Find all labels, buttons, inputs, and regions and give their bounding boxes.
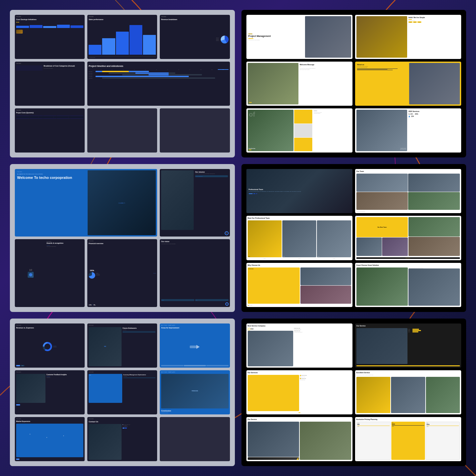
slide-project-management[interactable]: Project Management Lorem ipsum dolor sit…: [246, 15, 352, 59]
slide-our-vision[interactable]: Our vision Lorem ipsum dolor sit amet co…: [160, 239, 230, 307]
slide-sales-performance[interactable]: TECHO Sales performance Lorem ipsum text…: [87, 15, 157, 59]
slide-professional-team[interactable]: Professional Team If You Help Customers …: [246, 169, 352, 213]
slide-pricing-planning[interactable]: Exclusive Pricing Planning Basic $99 Fea…: [355, 417, 461, 461]
slide-2020-services[interactable]: 2020 2020 Services 1.1 M □ 40% 👤 234: [355, 108, 461, 153]
slide-why-choose-us[interactable]: Why Choose Us Financial Priority Lorem i…: [246, 263, 352, 307]
slide-cost-breakdown[interactable]: TECHO Breakdown of Cost Categories (Annu…: [15, 62, 85, 106]
slide-revenue-breakdown[interactable]: TECHO Revenue breakdown ● Item 1 ● Item …: [160, 15, 230, 59]
panel-tech-blue: TECHO A LEADER IN TECHNOLOGY SOLUTIONS W…: [10, 164, 235, 312]
slide-our-service-dark[interactable]: Our Service 79% 95% 67%: [355, 323, 461, 368]
slide-welcome-message[interactable]: Welcome Message ✉ Lorem ipsum dolor sit …: [246, 62, 352, 106]
slide-awards[interactable]: 10 TECHO Awards & recognition ARTICLE Lo…: [15, 239, 85, 307]
panel-team: Professional Team If You Help Customers …: [241, 164, 466, 312]
slide-our-team[interactable]: Our Team Lorem ipsum team description: [355, 169, 461, 213]
slide-project-costs[interactable]: TECHO Project Costs (Quarterly): [15, 108, 85, 153]
slide-cost-savings[interactable]: TECHO Cost Savings Initiatives $30K: [15, 15, 85, 59]
slide-empty-2: [160, 108, 230, 153]
slide-empty-3: [160, 417, 230, 461]
slide-financial-overview-1[interactable]: TECHO Financial overview 180k CategoryAR…: [87, 239, 157, 307]
slide-future-endeavors[interactable]: TECHO IMG Future Endeavors Lorem ipsum: [87, 323, 157, 368]
slide-welcome-techo[interactable]: TECHO A LEADER IN TECHNOLOGY SOLUTIONS W…: [15, 169, 157, 237]
slide-empty-1: [87, 108, 157, 153]
slide-conclusion[interactable]: BETTER TEMPLATE PERSON IMG Conclusion Lo…: [160, 370, 230, 414]
slide-best-team[interactable]: Our Best Team Learn More →: [355, 216, 461, 260]
panel-service: Best Service Company ✓ $364 Create title…: [241, 319, 466, 466]
slide-meet-team[interactable]: Meet Our Professional Team Name Name Nam…: [246, 216, 352, 260]
panel-tech-dark: TECHO Cost Savings Initiatives $30K TECH…: [10, 10, 235, 157]
slide-about-us[interactable]: About us ★ Lorem ipsum company descripti…: [355, 62, 461, 106]
slide-great-solution[interactable]: Great Choose Great Solution Lorem ipsum …: [355, 263, 461, 307]
slide-inventory[interactable]: TECHO DATA Inventory Management Optimiza…: [87, 370, 157, 414]
panel-finance: TECHO Revenue vs. Expenses ● Revenue ● E…: [10, 319, 235, 466]
slide-revenue-expenses[interactable]: TECHO Revenue vs. Expenses ● Revenue ● E…: [15, 323, 85, 368]
slide-hello-simple[interactable]: Hello! We Are Simple Lorem ipsum text he…: [355, 15, 461, 59]
slide-excellent-service[interactable]: Excellent Service Lorem ipsum dolor sit …: [355, 370, 461, 414]
slide-market-expansion[interactable]: TECHO Market Expansion View: [15, 417, 85, 461]
slide-contact-us[interactable]: TECHO Contact Us 📧 email@company.com 📱 +…: [87, 417, 157, 461]
slide-our-service-white[interactable]: Our Service: [246, 417, 352, 461]
slide-introduction[interactable]: of Introduction Example Lorem ipsum do: [246, 108, 352, 153]
slide-our-services-yellow[interactable]: Our Services First title here Lorem ipsu…: [246, 370, 352, 414]
slide-best-service[interactable]: Best Service Company ✓ $364 Create title…: [246, 323, 352, 368]
slide-project-timeline[interactable]: PRESENTATION TEMPLATE Project timeline a…: [87, 62, 230, 106]
slide-areas-improvement[interactable]: BETTER TEMPLATE Areas for Improvement: [160, 323, 230, 368]
slide-our-mission[interactable]: Our mission Lorem ipsum dolor sit amet c…: [160, 169, 230, 237]
slide-customer-feedback[interactable]: TECHO Customer Feedback Insights View de…: [15, 370, 85, 414]
panel-business-yellow: Project Management Lorem ipsum dolor sit…: [241, 10, 466, 157]
main-grid: TECHO Cost Savings Initiatives $30K TECH…: [0, 0, 476, 476]
